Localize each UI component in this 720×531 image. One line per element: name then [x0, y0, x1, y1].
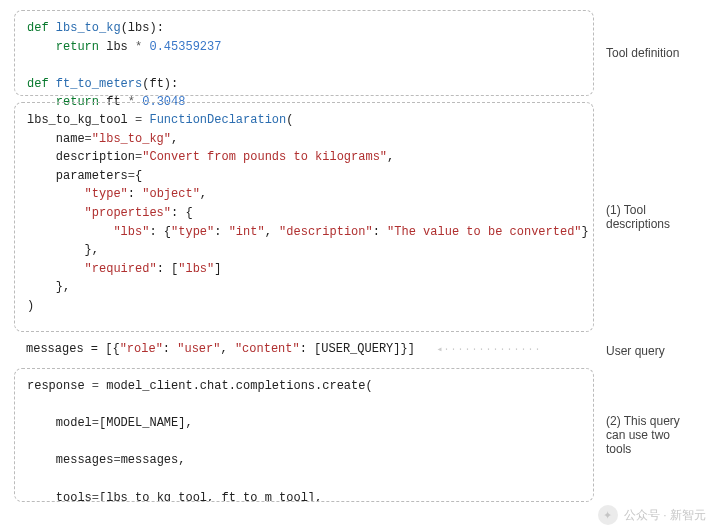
class-function-declaration: FunctionDeclaration	[149, 113, 286, 127]
wechat-icon: ✦	[598, 505, 618, 525]
code-box-tool-definition: def lbs_to_kg(lbs): return lbs * 0.45359…	[14, 10, 594, 96]
watermark-text: 公众号 · 新智元	[624, 507, 706, 524]
label-user-query: User query	[598, 344, 665, 358]
row-user-query: messages = [{"role": "user", "content": …	[14, 338, 706, 364]
keyword-def: def	[27, 21, 49, 35]
label-tool-definition: Tool definition	[602, 10, 706, 96]
keyword-return: return	[27, 40, 99, 54]
dotted-arrow-icon: ◂··············	[437, 342, 542, 357]
row-tool-descriptions: lbs_to_kg_tool = FunctionDeclaration( na…	[14, 102, 706, 332]
code-line-user-query: messages = [{"role": "user", "content": …	[14, 338, 594, 364]
label-two-tools: (2) This query can use two tools	[602, 368, 706, 502]
fn-lbs-to-kg: lbs_to_kg	[49, 21, 121, 35]
label-tool-descriptions: (1) Tool descriptions	[602, 102, 706, 332]
fn-ft-to-meters: ft_to_meters	[49, 77, 143, 91]
code-box-response: response = model_client.chat.completions…	[14, 368, 594, 502]
row-response: response = model_client.chat.completions…	[14, 368, 706, 502]
row-tool-definition: def lbs_to_kg(lbs): return lbs * 0.45359…	[14, 10, 706, 96]
code-box-tool-descriptions: lbs_to_kg_tool = FunctionDeclaration( na…	[14, 102, 594, 332]
watermark: ✦ 公众号 · 新智元	[598, 505, 706, 525]
